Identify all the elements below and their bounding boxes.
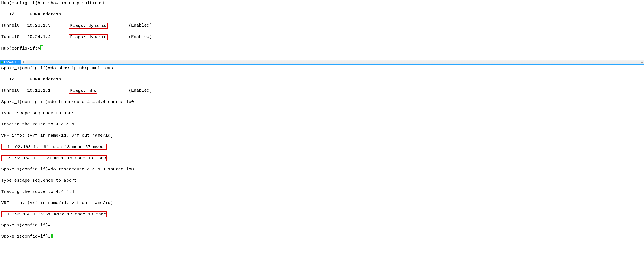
hub-prompt: Hub(config-if)# (1, 46, 40, 51)
hub-cmd: do show ip nhrp multicast (40, 1, 106, 6)
hub-row-1-pre: Tunnel0 10.23.1.3 (1, 23, 69, 28)
tab-nav-arrows-icon[interactable]: ◂ ▸ (641, 59, 643, 65)
spoke-prompt: Spoke_1(config-if)# (1, 223, 51, 228)
spoke-row-1: Tunnel0 10.12.1.1 Flags: nhs (Enabled) (0, 88, 644, 94)
spoke-cmd1-line: Spoke_1(config-if)#do show ip nhrp multi… (0, 66, 644, 71)
hub-row-2-post: (Enabled) (108, 34, 152, 39)
cursor-icon (51, 234, 53, 238)
hub-terminal: Hub(config-if)#do show ip nhrp multicast… (0, 0, 644, 57)
spoke-cmd2-line: Spoke_1(config-if)#do traceroute 4.4.4.4… (0, 99, 644, 105)
spoke-cmd2: do traceroute 4.4.4.4 source lo0 (51, 100, 134, 104)
spoke-row-1-post: (Enabled) (98, 88, 152, 93)
hub-row-2-pre: Tunnel0 10.24.1.4 (1, 34, 69, 39)
hub-prompt: Hub(config-if)# (1, 1, 40, 6)
hub-cmd-line: Hub(config-if)#do show ip nhrp multicast (0, 0, 644, 6)
spoke-row-1-flags-box: Flags: nhs (69, 88, 98, 94)
tab-spoke-1[interactable]: 1 Spoke_1 ✕ (0, 60, 21, 64)
escape-line: Type escape sequence to abort. (0, 110, 644, 116)
trace1-hop-1: 1 192.168.1.1 81 msec 13 msec 57 msec (0, 144, 644, 150)
spoke-header: I/F NBMA address (0, 77, 644, 82)
hub-row-1: Tunnel0 10.23.1.3 Flags: dynamic (Enable… (0, 23, 644, 28)
spoke-prompt: Spoke_1(config-if)# (1, 234, 51, 239)
spoke-prompt: Spoke_1(config-if)# (1, 167, 51, 172)
hub-header: I/F NBMA address (0, 12, 644, 17)
spoke-cmd3: do traceroute 4.4.4.4 source lo0 (51, 167, 134, 172)
add-tab-button[interactable]: + (21, 60, 26, 64)
tracing-line: Tracing the route to 4.4.4.4 (0, 122, 644, 128)
spoke-terminal: Spoke_1(config-if)#do show ip nhrp multi… (0, 65, 644, 245)
hub-row-2-flags-box: Flags: dynamic (69, 34, 108, 40)
cursor-icon (40, 46, 43, 50)
spoke-prompt: Spoke_1(config-if)# (1, 66, 51, 70)
hub-row-2: Tunnel0 10.24.1.4 Flags: dynamic (Enable… (0, 34, 644, 40)
session-tabbar: 1 Spoke_1 ✕ + ◂ ▸ (0, 60, 644, 65)
trace2-hop-1-box: 1 192.168.1.12 20 msec 17 msec 10 msec (1, 212, 107, 217)
plus-icon: + (23, 59, 24, 65)
spoke-prompt-idle-1[interactable]: Spoke_1(config-if)# (0, 223, 644, 228)
trace1-hop-2-box: 2 192.168.1.12 21 msec 15 msec 19 msec (1, 155, 107, 161)
vrf-line-2: VRF info: (vrf in name/id, vrf out name/… (0, 200, 644, 206)
trace1-hop-2: 2 192.168.1.12 21 msec 15 msec 19 msec (0, 155, 644, 161)
hub-row-1-post: (Enabled) (108, 23, 152, 28)
trace1-hop-1-box: 1 192.168.1.1 81 msec 13 msec 57 msec (1, 144, 107, 150)
hub-row-1-flags-box: Flags: dynamic (69, 23, 108, 28)
status-dot-icon (1, 62, 3, 63)
vrf-line: VRF info: (vrf in name/id, vrf out name/… (0, 133, 644, 138)
tracing-line-2: Tracing the route to 4.4.4.4 (0, 189, 644, 195)
escape-line-2: Type escape sequence to abort. (0, 178, 644, 184)
trace2-hop-1: 1 192.168.1.12 20 msec 17 msec 10 msec (0, 212, 644, 217)
spoke-cmd3-line: Spoke_1(config-if)#do traceroute 4.4.4.4… (0, 167, 644, 172)
close-icon[interactable]: ✕ (18, 59, 20, 65)
spoke-prompt: Spoke_1(config-if)# (1, 100, 51, 104)
spoke-cmd1: do show ip nhrp multicast (51, 66, 116, 70)
spoke-prompt-idle-2[interactable]: Spoke_1(config-if)# (0, 234, 644, 240)
tab-title: 1 Spoke_1 (4, 59, 16, 65)
spoke-row-1-pre: Tunnel0 10.12.1.1 (1, 88, 69, 93)
hub-prompt-idle[interactable]: Hub(config-if)# (0, 46, 644, 52)
